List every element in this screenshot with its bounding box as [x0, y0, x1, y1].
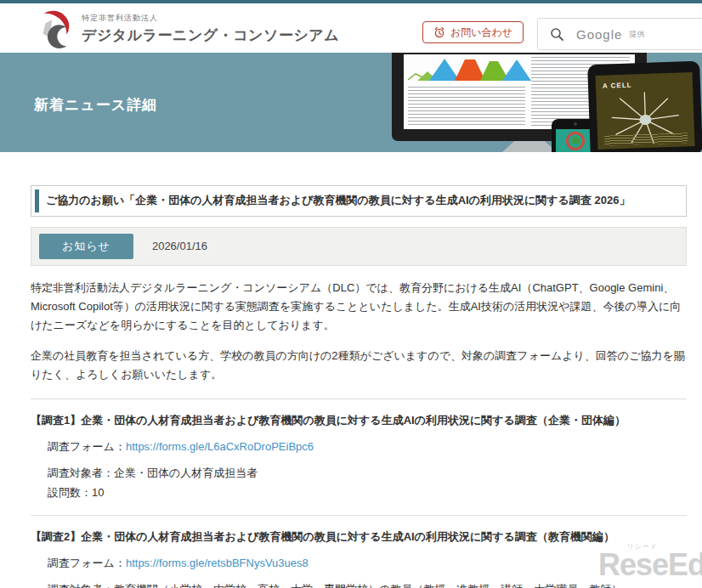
dlc-logo-icon: [32, 9, 75, 48]
org-type-label: 特定非営利活動法人: [82, 13, 339, 24]
survey2-form-link[interactable]: https://forms.gle/retsbBFNysVu3ues8: [126, 557, 309, 569]
survey1-target: 調査対象者：企業・団体の人材育成担当者: [31, 466, 687, 481]
article-title-box: ご協力のお願い「企業・団体の人材育成担当者および教育機関の教員に対する生成AIの…: [31, 185, 687, 217]
site-logo[interactable]: 特定非営利活動法人 デジタルラーニング・コンソーシアム: [32, 9, 339, 48]
document-text-lines: [408, 87, 525, 126]
survey1-heading: 【調査1】企業・団体の人材育成担当者および教育機関の教員に対する生成AIの利用状…: [31, 413, 687, 428]
tablet-illustration: A CELL: [587, 61, 702, 152]
section-divider: [31, 515, 687, 516]
article-paragraph-2: 企業の社員教育を担当されている方、学校の教員の方向けの2種類がございますので、対…: [31, 347, 687, 384]
survey2-form-label: 調査フォーム：: [48, 557, 126, 569]
survey-block-1: 【調査1】企業・団体の人材育成担当者および教育機関の教員に対する生成AIの利用状…: [31, 413, 687, 500]
tablet-screen: A CELL: [596, 72, 695, 150]
contact-button[interactable]: お問い合わせ: [422, 21, 524, 43]
section-divider: [31, 399, 687, 399]
page-hero-banner: 新着ニュース詳細: [0, 53, 702, 152]
survey2-form-line: 調査フォーム：https://forms.gle/retsbBFNysVu3ue…: [31, 556, 687, 571]
survey1-question-count: 設問数：10: [31, 485, 687, 500]
survey-block-2: 【調査2】企業・団体の人材育成担当者および教育機関の教員に対する生成AIの利用状…: [31, 529, 687, 588]
category-badge: お知らせ: [39, 234, 133, 259]
article-meta-box: お知らせ 2026/01/16: [31, 227, 687, 266]
google-search-provided-label: 提供: [629, 29, 644, 40]
survey2-target: 調査対象者：教育機関（小学校・中学校・高校・大学・専門学校）の教員（教授、准教授…: [31, 582, 687, 588]
survey1-form-label: 調査フォーム：: [48, 440, 126, 453]
phone-camera-dot: [574, 122, 577, 126]
google-search-brand: Google: [576, 27, 622, 42]
devices-hero-image: A CELL: [351, 53, 702, 152]
article-content: ご協力のお願い「企業・団体の人材育成担当者および教育機関の教員に対する生成AIの…: [31, 185, 687, 588]
site-search-input[interactable]: Google 提供: [537, 18, 702, 50]
survey1-form-line: 調査フォーム：https://forms.gle/L6aCxRoDroPEiBp…: [31, 439, 687, 455]
search-icon: [550, 27, 564, 42]
phone-app-logo: [566, 132, 585, 150]
alarm-clock-icon: [433, 26, 445, 38]
survey2-heading: 【調査2】企業・団体の人材育成担当者および教育機関の教員に対する生成AIの利用状…: [31, 529, 687, 545]
site-header: 特定非営利活動法人 デジタルラーニング・コンソーシアム お問い合わせ Googl…: [0, 3, 702, 53]
contact-button-label: お問い合わせ: [450, 25, 512, 40]
org-name-label: デジタルラーニング・コンソーシアム: [82, 27, 339, 43]
publish-date: 2026/01/16: [152, 240, 207, 252]
brand-text: 特定非営利活動法人 デジタルラーニング・コンソーシアム: [82, 13, 339, 45]
article-title: ご協力のお願い「企業・団体の人材育成担当者および教育機関の教員に対する生成AIの…: [39, 189, 637, 212]
page-title: 新着ニュース詳細: [34, 95, 157, 115]
monitor-stand: [502, 141, 557, 152]
article-paragraph-1: 特定非営利活動法人デジタルラーニング・コンソーシアム（DLC）では、教育分野にお…: [31, 279, 687, 334]
triangle-chart-graphic: [405, 54, 533, 85]
survey1-form-link[interactable]: https://forms.gle/L6aCxRoDroPEiBpc6: [126, 440, 314, 453]
